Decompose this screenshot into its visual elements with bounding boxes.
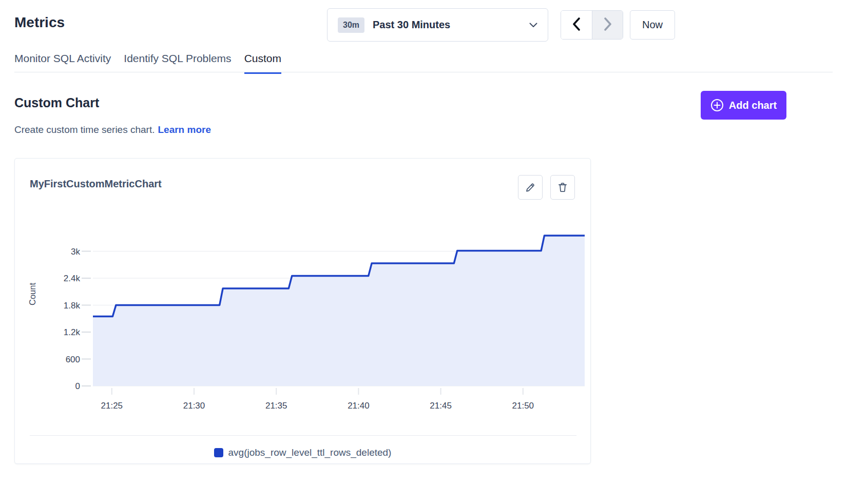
now-button[interactable]: Now: [630, 10, 675, 40]
chevron-down-icon: [529, 23, 537, 28]
tab-custom[interactable]: Custom: [244, 52, 281, 74]
page-title: Metrics: [14, 14, 65, 31]
section-description: Create custom time series chart.Learn mo…: [14, 124, 211, 135]
add-chart-button[interactable]: Add chart: [701, 91, 786, 120]
custom-chart-card: MyFirstCustomMetricChart 06001.2k1.8k2.4…: [14, 158, 591, 464]
svg-text:2.4k: 2.4k: [64, 274, 81, 283]
svg-text:21:30: 21:30: [183, 401, 205, 411]
legend-label: avg(jobs_row_level_ttl_rows_deleted): [228, 447, 392, 458]
section-description-text: Create custom time series chart.: [14, 124, 155, 135]
svg-text:600: 600: [66, 355, 80, 364]
trash-icon: [557, 182, 568, 193]
plus-circle-icon: [710, 99, 724, 112]
time-step-buttons: [561, 10, 623, 40]
delete-chart-button[interactable]: [550, 175, 575, 200]
tab-identify-sql-problems[interactable]: Identify SQL Problems: [124, 52, 231, 74]
tab-monitor-sql-activity[interactable]: Monitor SQL Activity: [14, 52, 111, 74]
svg-text:3k: 3k: [71, 247, 80, 257]
chevron-right-icon: [604, 17, 612, 32]
edit-chart-button[interactable]: [518, 175, 543, 200]
next-time-button[interactable]: [592, 11, 623, 39]
learn-more-link[interactable]: Learn more: [158, 124, 210, 135]
time-range-badge: 30m: [338, 17, 364, 33]
prev-time-button[interactable]: [561, 11, 592, 39]
tabs-divider: [14, 72, 833, 72]
legend-swatch: [214, 448, 223, 457]
svg-text:21:35: 21:35: [265, 401, 287, 411]
metrics-tabs: Monitor SQL Activity Identify SQL Proble…: [14, 52, 281, 74]
add-chart-label: Add chart: [729, 100, 777, 111]
svg-text:21:40: 21:40: [348, 401, 370, 411]
svg-text:21:50: 21:50: [512, 401, 534, 411]
svg-text:1.2k: 1.2k: [64, 327, 81, 337]
section-title: Custom Chart: [14, 95, 99, 110]
svg-text:21:45: 21:45: [430, 401, 452, 411]
timeseries-chart[interactable]: 06001.2k1.8k2.4k3k21:2521:3021:3521:4021…: [15, 159, 591, 425]
chevron-left-icon: [572, 17, 581, 32]
svg-text:21:25: 21:25: [101, 401, 123, 411]
svg-text:0: 0: [75, 381, 80, 391]
time-range-label: Past 30 Minutes: [373, 19, 450, 31]
chart-title: MyFirstCustomMetricChart: [30, 178, 162, 190]
metrics-page: Metrics 30m Past 30 Minutes Now Monitor …: [0, 0, 847, 504]
card-divider: [30, 435, 576, 436]
svg-text:1.8k: 1.8k: [64, 301, 81, 311]
time-range-select[interactable]: 30m Past 30 Minutes: [327, 8, 548, 42]
svg-text:Count: Count: [28, 283, 37, 305]
chart-legend[interactable]: avg(jobs_row_level_ttl_rows_deleted): [15, 447, 590, 458]
pencil-icon: [525, 182, 536, 193]
